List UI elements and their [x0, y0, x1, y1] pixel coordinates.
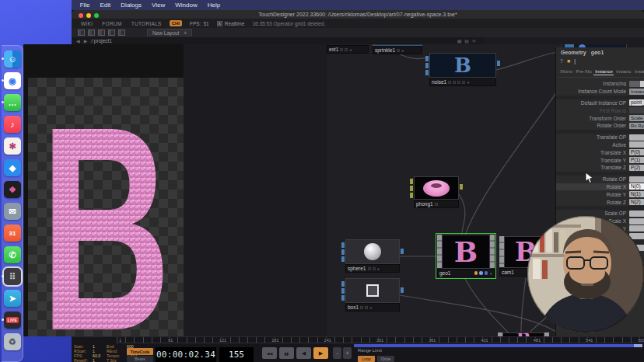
param-field-rotate-z[interactable]: N(2) [629, 199, 644, 205]
menu-window[interactable]: Window [175, 2, 197, 9]
add-layout-button[interactable]: + [184, 30, 187, 36]
timecode-mode-button[interactable]: TimeCode [127, 348, 153, 355]
once-button[interactable]: Once [377, 356, 394, 362]
ruler-frame-label: 61 [167, 338, 173, 343]
node-box1[interactable]: box1+ [345, 278, 400, 312]
geo1-thumbnail: B [454, 238, 478, 266]
geo1-pickable-flag[interactable] [485, 271, 488, 275]
param-toggle-instancing[interactable]: On [629, 81, 644, 87]
dock-telegram-icon[interactable]: ➤ [4, 290, 21, 307]
zoom-out-button[interactable]: - [333, 347, 341, 359]
dock-music-icon[interactable]: ♪ [4, 116, 21, 133]
setting-value[interactable]: 1 [93, 358, 107, 362]
add-operator-icon[interactable]: ✛ [472, 38, 476, 44]
help-icon[interactable]: ? [560, 58, 563, 64]
dock-chrome-icon[interactable]: ◉ [4, 72, 21, 89]
pane-layout-icon[interactable] [108, 30, 115, 36]
param-tab-pre-xfo[interactable]: Pre-Xfo [575, 68, 593, 75]
param-field-rotate-y[interactable]: N(1) [629, 191, 644, 197]
dock-trash-icon[interactable]: ♻ [4, 333, 21, 350]
play-reverse-button[interactable]: ◀ [296, 347, 311, 359]
topbar-link-forum[interactable]: FORUM [102, 21, 121, 26]
param-tab-instanc[interactable]: Instanc [614, 68, 632, 75]
param-header-icons-left: ?■| [560, 58, 576, 64]
param-label-active: Active [556, 142, 629, 148]
param-field-rotate-x[interactable]: N(0) [629, 183, 644, 190]
node-sphere1[interactable]: sphere1+ [345, 239, 400, 273]
cursor-icon[interactable]: | [574, 58, 576, 64]
menu-edit[interactable]: Edit [100, 2, 111, 9]
nav-back-icon[interactable]: ◀ [76, 38, 80, 44]
list-view-icon[interactable]: ▤ [464, 38, 469, 44]
param-field-rotate-op[interactable] [629, 176, 644, 183]
param-dropdown-instance-count-mode[interactable]: Instance OP(s) Length [629, 89, 644, 95]
network-path[interactable]: / project1 [91, 38, 112, 44]
dock-mail-icon[interactable]: ✉ [4, 203, 21, 220]
topbar-link-wiki[interactable]: WIKI [81, 21, 93, 26]
param-tab-instance[interactable]: Instance [593, 68, 614, 75]
beats-mode-button[interactable]: Beats [127, 356, 153, 362]
menu-file[interactable]: File [80, 2, 90, 9]
pane-layout-icon[interactable] [78, 30, 85, 36]
current-frame-display[interactable]: 155 [219, 347, 254, 362]
param-row-translate-z: Translate ZP(2)▶ [556, 164, 644, 172]
pane-layout-icon[interactable] [88, 30, 95, 36]
dock-touchdesigner-icon[interactable]: ⠿ [4, 268, 21, 285]
grid-snap-icon[interactable]: ▦ [457, 38, 462, 44]
dock-finder-icon[interactable]: ☺ [4, 50, 21, 68]
node-phong1[interactable]: phong1 [414, 176, 459, 208]
menu-view[interactable]: View [152, 2, 165, 9]
pause-button[interactable]: ▮▮ [279, 347, 294, 359]
node-text1[interactable]: ext1+ [327, 45, 369, 54]
dock-slack-icon[interactable]: ✻ [4, 137, 21, 155]
zoom-in-button[interactable]: + [343, 347, 352, 359]
range-bar[interactable] [354, 344, 642, 347]
dock-live-stream-icon[interactable]: LIVE [4, 312, 21, 329]
topbar-link-tutorials[interactable]: TUTORIALS [131, 21, 162, 26]
play-button[interactable]: ▶ [313, 347, 328, 359]
loop-button[interactable]: Loop [358, 356, 375, 362]
geo1-display-flag[interactable] [479, 271, 483, 275]
node-sprinkle1[interactable]: sprinkle1+ [373, 44, 422, 54]
jump-to-start-button[interactable]: ◀◀ [262, 347, 277, 359]
range-bar-handle[interactable] [634, 344, 642, 347]
param-dropdown-transform-order[interactable]: Scale Rotate Translate [629, 115, 644, 121]
window-titlebar[interactable]: TouchDesigner 2022.33600: /Users/rikloma… [72, 10, 644, 19]
range-limit-label: Range Limit [358, 348, 382, 353]
td-top-toolbar: WIKIFORUMTUTORIALS CHI FPS: 51 x Realtim… [72, 19, 644, 28]
param-row-translate-op: Translate OP [556, 134, 644, 141]
param-field-default-instance-op[interactable]: point_system [629, 99, 644, 106]
pane-layout-icon[interactable] [118, 30, 125, 36]
new-layout-tab[interactable]: New Layout + [147, 29, 192, 37]
node-geo1[interactable]: B geo1 + [437, 235, 495, 277]
pane-layout-icon[interactable] [98, 30, 105, 36]
param-field-active[interactable] [629, 141, 644, 148]
timeline-bar: 161121181241301361421481541601 Start:1En… [72, 336, 644, 362]
menu-help[interactable]: Help [208, 2, 220, 9]
geo1-render-flag[interactable] [474, 271, 478, 275]
frame-ruler[interactable]: 161121181241301361421481541601 [117, 337, 642, 343]
param-dropdown-rotate-order[interactable]: Rx Ry Rz [629, 123, 644, 129]
node-noise1[interactable]: B noise1+ [429, 53, 496, 86]
param-field-translate-op[interactable] [629, 134, 644, 141]
dock-messages-icon[interactable]: … [4, 94, 21, 111]
top-viewer-window[interactable]: B [23, 44, 184, 336]
dock-figma-icon[interactable]: ❖ [4, 181, 21, 198]
param-tab-instanc[interactable]: Instanc [633, 68, 644, 75]
realtime-label[interactable]: Realtime [225, 21, 245, 26]
param-field-translate-z[interactable]: P(2) [629, 165, 644, 171]
operator-name: geo1 [591, 50, 604, 56]
dock-vscode-icon[interactable]: ◆ [4, 159, 21, 176]
lock-icon[interactable]: ■ [567, 58, 570, 64]
param-tab-xform[interactable]: Xform [558, 68, 574, 75]
dock-calendar-icon[interactable]: 31 [4, 225, 21, 242]
nav-forward-icon[interactable]: ▶ [84, 38, 88, 44]
param-field-translate-x[interactable]: P(0) [629, 149, 644, 155]
param-field-translate-y[interactable]: P(1) [629, 157, 644, 163]
param-row-translate-x: Translate XP(0)▶ [556, 148, 644, 156]
realtime-checkbox[interactable]: x [217, 21, 222, 26]
mouse-cursor [585, 172, 594, 187]
menu-dialogs[interactable]: Dialogs [121, 2, 142, 9]
param-field-first-row-is[interactable] [629, 107, 644, 113]
dock-whatsapp-icon[interactable]: ✆ [4, 246, 21, 263]
